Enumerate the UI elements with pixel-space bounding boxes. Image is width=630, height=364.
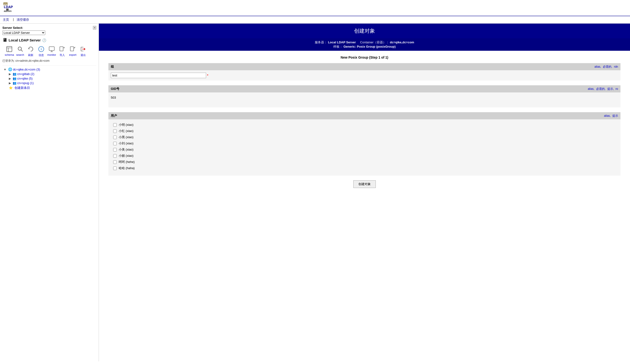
tree-root-link[interactable]: dc=qike,dc=com (3) xyxy=(13,68,40,71)
step-title: New Posix Group (Step 1 of 1) xyxy=(108,56,620,59)
toolbar-refresh[interactable]: 刷新 xyxy=(26,45,35,57)
checkbox-label-1: 小红 (xiao) xyxy=(119,129,134,133)
container-label: Container（容器）： xyxy=(360,40,389,44)
tree-expand-qike[interactable]: ▶ xyxy=(9,77,11,80)
tree: ▼ 🌐 dc=qike,dc=com (3) ▶ 👥 cn=gitlab (2)… xyxy=(2,67,96,90)
toolbar-logout[interactable]: 退出 xyxy=(79,45,88,57)
users-alias-link[interactable]: alias xyxy=(604,114,610,118)
export-icon xyxy=(69,46,76,52)
logged-in-text: 已登录为: cn=admin,dc=qike,dc=com xyxy=(2,59,96,63)
server-name-value: Local LDAP Server xyxy=(328,40,356,44)
checkbox-xiao-mei[interactable] xyxy=(113,148,117,152)
tree-root[interactable]: ▼ 🌐 dc=qike,dc=com (3) xyxy=(4,67,96,72)
content-subheader: 服务器： Local LDAP Server Container（容器）： dc… xyxy=(99,38,630,51)
checkbox-xiao-ming[interactable] xyxy=(113,123,117,127)
tree-children: ▶ 👥 cn=gitlab (2) ▶ 👥 cn=qike (5) ▶ 👥 cn… xyxy=(4,72,96,90)
content: 创建对象 服务器： Local LDAP Server Container（容器… xyxy=(99,24,630,362)
schema-icon xyxy=(6,46,13,52)
toolbar-import[interactable]: 导入 xyxy=(58,45,66,57)
header: php LDAP admin xyxy=(0,0,630,16)
container-value: dc=qike,dc=com xyxy=(390,40,414,44)
navbar-separator: 丨 xyxy=(12,18,16,22)
svg-point-8 xyxy=(18,47,22,50)
gid-label: GID号 xyxy=(111,87,120,91)
checkbox-row-0: 小明 (xiao) xyxy=(113,123,616,127)
gid-hint-link[interactable]: 提示 xyxy=(607,87,613,90)
checkbox-hehe[interactable] xyxy=(113,160,117,164)
users-field-body: 小明 (xiao) 小红 (xiao) 小黑 (xiao) 小刘 (xiao) xyxy=(108,119,620,176)
gid-alias-link[interactable]: alias xyxy=(588,87,594,90)
tree-item-gitlab[interactable]: ▶ 👥 cn=gitlab (2) xyxy=(9,72,96,76)
page-title: 创建对象 xyxy=(354,28,375,34)
group-rdn-link[interactable]: rdn xyxy=(614,65,618,68)
checkbox-row-6: 呵呵 (hehe) xyxy=(113,160,616,164)
gid-value: 503 xyxy=(111,95,618,100)
sidebar: + Server Select: Local LDAP Server 🖥 Loc… xyxy=(0,24,99,362)
svg-rect-12 xyxy=(49,47,54,50)
template-label: 样板： xyxy=(333,45,343,48)
tree-expand-spug[interactable]: ▶ xyxy=(9,82,11,85)
group-header-links: alias, 必需的, rdn xyxy=(594,65,618,69)
toolbar: schema search xyxy=(2,45,96,57)
users-field-section: 用户 alias, 提示 小明 (xiao) 小红 (xiao) xyxy=(108,112,620,176)
create-button[interactable]: 创建对象 xyxy=(353,180,376,188)
gid-header-links: alias, 必需的, 提示, ro xyxy=(587,87,618,91)
group-input[interactable] xyxy=(111,73,206,78)
toolbar-schema[interactable]: schema xyxy=(5,45,14,57)
sidebar-expand-button[interactable]: + xyxy=(93,26,96,30)
server-select-label: Server Select: xyxy=(2,26,96,30)
main-layout: + Server Select: Local LDAP Server 🖥 Loc… xyxy=(0,24,630,362)
clear-cache-link[interactable]: 清空缓存 xyxy=(17,18,29,22)
tree-new-entry-link[interactable]: 创建新条目 xyxy=(14,86,30,90)
toolbar-monitor[interactable]: monitor xyxy=(48,45,56,57)
group-input-row: * xyxy=(111,73,618,78)
svg-text:i: i xyxy=(41,47,42,51)
group-label: 组 xyxy=(111,64,114,69)
tree-spug-link[interactable]: cn=spug (1) xyxy=(17,81,34,85)
group-required-link[interactable]: 必需的 xyxy=(603,65,612,68)
gid-field-body: 503 xyxy=(108,92,620,108)
import-icon xyxy=(59,46,66,52)
logout-icon xyxy=(80,46,86,52)
home-link[interactable]: 主页 xyxy=(3,18,9,22)
tree-new-entry[interactable]: ⭐ 创建新条目 xyxy=(9,85,96,90)
checkbox-xiao-hong[interactable] xyxy=(113,129,117,133)
group-alias-link[interactable]: alias xyxy=(594,65,600,68)
gid-required-link[interactable]: 必需的 xyxy=(596,87,605,90)
toolbar-export[interactable]: export xyxy=(68,45,77,57)
checkbox-label-7: 哈哈 (haha) xyxy=(119,166,135,170)
server-icon: 🖥 xyxy=(2,38,7,43)
clock-icon: 🕐 xyxy=(42,38,46,42)
gid-ro-link[interactable]: ro xyxy=(616,87,618,90)
svg-text:admin: admin xyxy=(4,10,12,12)
logo: php LDAP admin xyxy=(3,2,15,14)
tree-gitlab-link[interactable]: cn=gitlab (2) xyxy=(17,72,34,76)
tree-expand-root[interactable]: ▼ xyxy=(4,68,6,71)
sidebar-divider xyxy=(2,65,96,66)
users-label: 用户 xyxy=(111,114,117,118)
checkbox-label-5: 小丽 (xiao) xyxy=(119,154,134,158)
checkbox-row-7: 哈哈 (haha) xyxy=(113,166,616,170)
globe-icon: 🌐 xyxy=(8,68,12,71)
group-field-body: * xyxy=(108,70,620,80)
checkbox-row-2: 小黑 (xiao) xyxy=(113,135,616,139)
tree-qike-link[interactable]: cn=qike (5) xyxy=(17,77,33,80)
server-select-dropdown[interactable]: Local LDAP Server xyxy=(2,30,45,35)
toolbar-info[interactable]: i 信息 xyxy=(37,45,46,57)
server-name: Local LDAP Server xyxy=(8,38,41,42)
users-hint-link[interactable]: 提示 xyxy=(612,114,618,118)
checkbox-xiao-liu[interactable] xyxy=(113,142,117,145)
checkbox-xiao-hei[interactable] xyxy=(113,136,117,139)
tree-item-spug[interactable]: ▶ 👥 cn=spug (1) xyxy=(9,81,96,85)
user-group-icon-2: 👥 xyxy=(13,77,16,80)
tree-item-qike[interactable]: ▶ 👥 cn=qike (5) xyxy=(9,76,96,81)
monitor-icon xyxy=(48,46,55,52)
checkbox-haha[interactable] xyxy=(113,166,117,170)
svg-rect-5 xyxy=(7,46,12,52)
toolbar-search[interactable]: search xyxy=(16,45,24,57)
refresh-icon xyxy=(28,46,34,52)
server-header: 🖥 Local LDAP Server 🕐 xyxy=(2,38,96,43)
tree-expand-gitlab[interactable]: ▶ xyxy=(9,72,11,76)
checkbox-row-1: 小红 (xiao) xyxy=(113,129,616,133)
checkbox-xiao-li[interactable] xyxy=(113,154,117,158)
